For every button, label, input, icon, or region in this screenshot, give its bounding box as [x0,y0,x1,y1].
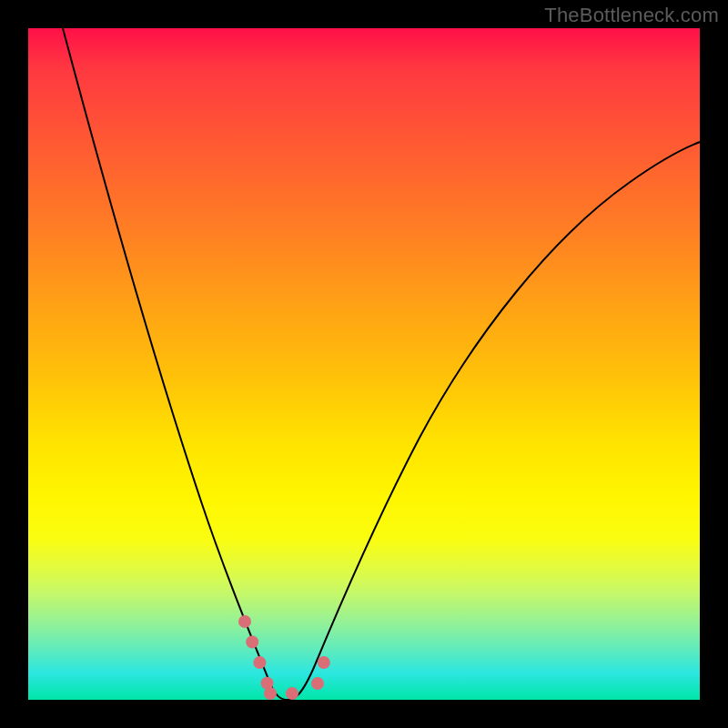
highlight-dots [245,622,329,693]
chart-outer: TheBottleneck.com [0,0,728,728]
plot-area [28,28,700,700]
curve-svg [28,28,700,700]
bottleneck-curve [63,28,700,700]
watermark-label: TheBottleneck.com [544,4,719,27]
